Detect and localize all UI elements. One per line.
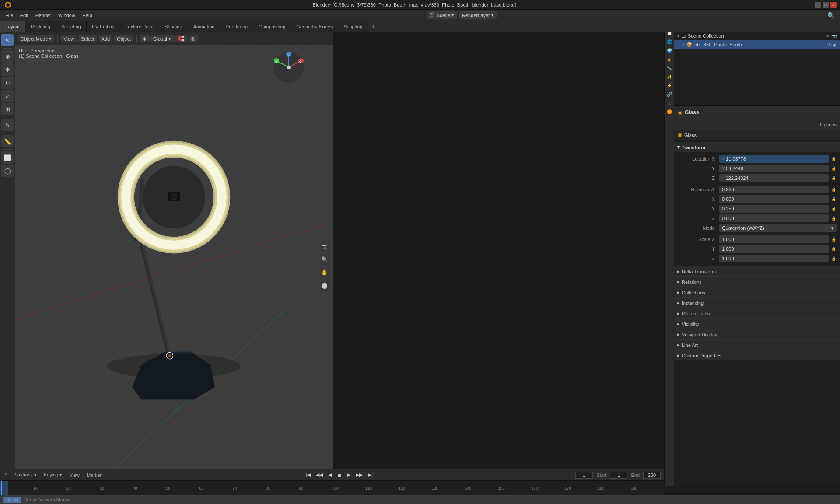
viewport[interactable]: User Perspective (1) Scene Collection | … [15,46,332,486]
scale-y-lock[interactable]: 🔒 [830,246,836,252]
view-menu-tl[interactable]: View [67,472,81,478]
scale-x-lock[interactable]: 🔒 [830,236,836,242]
global-button[interactable]: Global ▾ [150,35,174,42]
collections-section[interactable]: ▸ Collections [674,287,840,298]
step-forward-button[interactable]: ▶▶ [354,471,364,479]
stop-button[interactable]: ⏹ [335,472,343,479]
props-material-icon[interactable]: 🟠 [665,108,673,116]
outliner-item-scene-collection[interactable]: ▾ 🗂 Scene Collection 👁 📷 [674,32,840,40]
location-z-lock[interactable]: 🔒 [830,175,836,181]
play-back-button[interactable]: ◀ [326,471,333,479]
tool-rotate[interactable]: ↻ [1,77,14,89]
search-button[interactable]: 🔍 [827,12,835,19]
tab-modeling[interactable]: Modeling [25,21,56,32]
rotation-mode-select[interactable]: Quaternion (WXYZ) ▾ [719,224,836,232]
keying-menu[interactable]: Keying ▾ [42,472,64,478]
tab-rendering[interactable]: Rendering [220,21,253,32]
tool-annotate[interactable]: ✎ [1,119,14,131]
tool-add-cube[interactable]: ⬜ [1,151,14,164]
delta-transform-section[interactable]: ▸ Delta Transform [674,266,840,276]
navigation-gizmo[interactable]: X Y Z [271,50,306,85]
jump-start-button[interactable]: |◀ [304,471,312,479]
outliner-item-obj-360[interactable]: ▾ 📦 obj_360_Photo_Booth 👁 ◈ [674,40,840,49]
scale-y-field[interactable]: 1.000 [719,245,829,253]
center-view-status[interactable]: Center View to Mouse [24,497,71,502]
props-modifier-icon[interactable]: 🔧 [665,64,673,72]
menu-render[interactable]: Render [32,12,55,19]
tab-shading[interactable]: Shading [159,21,188,32]
rotation-x-lock[interactable]: 🔒 [830,196,836,202]
rotation-x-field[interactable]: 0.000 [719,195,829,203]
custom-properties-section[interactable]: ▸ Custom Properties [674,350,840,360]
tab-geometry-nodes[interactable]: Geometry Nodes [291,21,338,32]
playback-menu[interactable]: Playback ▾ [11,472,38,478]
tool-measure[interactable]: 📏 [1,135,14,147]
scale-z-lock[interactable]: 🔒 [830,256,836,262]
view-menu-button[interactable]: View [61,35,77,42]
location-z-field[interactable]: Z 122.24824 [719,174,829,182]
props-data-icon[interactable]: △ [665,99,673,107]
timeline-icon[interactable]: ⏱ [4,472,8,477]
rotation-w-lock[interactable]: 🔒 [830,186,836,192]
step-back-button[interactable]: ◀◀ [314,471,325,479]
render-visibility-icon[interactable]: 📷 [831,34,836,38]
maximize-button[interactable]: □ [822,2,829,8]
menu-file[interactable]: File [2,12,17,19]
tab-scripting[interactable]: Scripting [338,21,368,32]
tab-uv-editing[interactable]: UV Editing [87,21,120,32]
tab-compositing[interactable]: Compositing [253,21,291,32]
instancing-section[interactable]: ▸ Instancing [674,298,840,308]
menu-help[interactable]: Help [79,12,96,19]
marker-menu[interactable]: Marker [85,472,103,478]
props-physics-icon[interactable]: ⚡ [665,81,673,89]
location-y-lock[interactable]: 🔒 [830,165,836,172]
close-button[interactable]: ✕ [830,2,836,8]
minimize-button[interactable]: ─ [815,2,821,8]
tab-animation[interactable]: Animation [188,21,220,32]
tool-add-sphere[interactable]: ◯ [1,164,14,177]
current-frame-input[interactable] [575,472,593,479]
menu-edit[interactable]: Edit [17,12,32,19]
pivot-button[interactable]: ◈ [140,35,149,42]
visibility-icon[interactable]: 👁 [826,34,830,38]
zoom-out-button[interactable]: ✋ [318,267,330,278]
tool-scale[interactable]: ⤢ [1,90,14,102]
jump-end-button[interactable]: ▶| [366,471,374,479]
motion-paths-section[interactable]: ▸ Motion Paths [674,308,840,318]
add-workspace-button[interactable]: + [368,21,378,32]
props-particles-icon[interactable]: ✨ [665,73,673,80]
end-frame-input[interactable] [643,472,661,479]
rotation-w-field[interactable]: 0.966 [719,186,829,193]
visibility-section[interactable]: ▸ Visibility [674,318,840,329]
rotation-y-lock[interactable]: 🔒 [830,206,836,212]
tab-layout[interactable]: Layout [0,21,25,32]
location-y-field[interactable]: Y 0.62449 [719,164,829,172]
transform-section-header[interactable]: ▾ Transform [674,142,840,152]
timeline-track[interactable]: 1 10 20 30 40 50 60 70 80 90 100 110 120… [0,481,664,496]
location-x-lock[interactable]: 🔒 [830,156,836,162]
zoom-in-button[interactable]: 🔍 [318,254,330,265]
camera-view-button[interactable]: 📷 [318,241,330,252]
render-layer[interactable]: RenderLayer ▾ [459,11,497,19]
menu-window[interactable]: Window [55,12,79,19]
tool-transform[interactable]: ⊞ [1,103,14,115]
play-button[interactable]: ▶ [345,471,352,479]
workspace-scene[interactable]: 🎬 Scene ▾ [427,11,457,19]
props-world-icon[interactable]: 🌍 [665,46,673,54]
options-button[interactable]: Options [820,122,836,127]
rotation-z-field[interactable]: 0.000 [719,214,829,222]
tab-texture-paint[interactable]: Texture Paint [120,21,159,32]
location-x-field[interactable]: X 11.03778 [719,155,829,163]
tool-cursor[interactable]: ⊕ [1,50,14,63]
props-constraints-icon[interactable]: 🔗 [665,90,673,98]
rotation-y-field[interactable]: 0.259 [719,205,829,213]
tool-select[interactable]: ↖ [1,34,14,46]
viewport-shade-solid[interactable]: ⬤ [318,280,330,291]
props-object-icon[interactable]: ▣ [665,55,673,63]
snap-toggle[interactable]: 🧲 [175,35,187,42]
tab-sculpting[interactable]: Sculpting [56,21,87,32]
proportional-edit[interactable]: ◎ [189,35,198,42]
viewport-display-section[interactable]: ▸ Viewport Display [674,329,840,340]
line-art-section[interactable]: ▸ Line Art [674,340,840,350]
add-menu-button[interactable]: Add [99,35,113,42]
